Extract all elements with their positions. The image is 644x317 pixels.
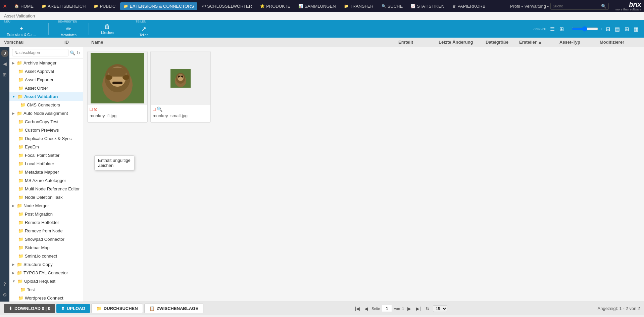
view-list-btn[interactable]: ☰ — [549, 25, 556, 34]
sidebar-item-carboncopy[interactable]: 📁 CarbonCopy Test — [9, 118, 83, 126]
sidebar-item-node-merger[interactable]: ▶ 📁 Node Merger — [9, 201, 83, 210]
upload-button[interactable]: ⬆ UPLOAD — [56, 304, 90, 313]
folder-icon-exporter: 📁 — [18, 77, 23, 82]
sidebar-item-wordpress[interactable]: 📁 Wordpress Connect — [9, 294, 83, 302]
nav-public[interactable]: 📁 PUBLIC — [90, 2, 119, 10]
zoom-slider[interactable] — [572, 26, 598, 32]
sidebar-item-remove-from-node[interactable]: 📁 Remove from Node — [9, 227, 83, 235]
next-page-btn[interactable]: ▶ — [406, 305, 412, 312]
sidebar-item-metadata-mapper[interactable]: 📁 Metadata Mapper — [9, 168, 83, 176]
view-tile-btn[interactable]: ⊟ — [604, 25, 611, 34]
verwaltung-btn[interactable]: Verwaltung ▾ — [525, 4, 549, 9]
sidebar-item-multi-node[interactable]: 📁 Multi Node Reference Editor — [9, 185, 83, 193]
left-panel-toggle[interactable]: ◀ — [2, 60, 8, 68]
sidebar-item-cms-connectors[interactable]: 📁 CMS Connectors — [9, 101, 83, 109]
nav-sammlungen[interactable]: 📊 SAMMLUNGEN — [295, 2, 339, 10]
error-icon-1: ⊘ — [94, 106, 98, 112]
toolbar-divider-3 — [126, 23, 126, 35]
sidebar-item-auto-node[interactable]: ▶ 📁 Auto Node Assignment — [9, 109, 83, 118]
share-button[interactable]: ↗ Teilen — [136, 24, 152, 38]
col-assettype: Asset-Typ — [559, 40, 600, 45]
help-icon[interactable]: ? — [2, 280, 7, 288]
profile-btn[interactable]: Profil ▾ — [510, 4, 523, 9]
search-icon-3: 🔍 — [157, 106, 162, 112]
folder-icon-sidebarmap: 📁 — [18, 245, 23, 250]
zoom-slider-plus[interactable]: + — [600, 27, 602, 31]
col-modifier: Modifizierer — [600, 40, 640, 45]
sidebar-item-asset-order[interactable]: 📁 Asset Order — [9, 84, 83, 92]
folder-icon-approval: 📁 — [18, 69, 23, 74]
view-detail-btn[interactable]: ▤ — [613, 25, 621, 34]
sidebar-item-showpad[interactable]: 📁 Showpad Connector — [9, 235, 83, 243]
nav-extensions[interactable]: 📁 EXTENSIONS & CONNECTORS — [120, 2, 197, 10]
view-thumb-btn[interactable]: ⊞ — [623, 25, 630, 34]
sidebar-item-smint[interactable]: 📁 Smint.io connect — [9, 252, 83, 260]
sidebar-item-upload-request[interactable]: ▼ 📁 Upload Request — [9, 277, 83, 285]
settings-icon[interactable]: ⚙ — [1, 291, 8, 299]
download-button[interactable]: ⬇ DOWNLOAD 0 | 0 — [4, 304, 55, 313]
sidebar-item-duplicate-check[interactable]: 📁 Duplicate Check & Sync — [9, 134, 83, 143]
ansicht-label: ANSICHT — [534, 27, 547, 31]
sidebar-refresh-icon[interactable]: ↻ — [77, 50, 80, 55]
toolbar-section-delete: 🗑 Löschen — [98, 22, 116, 36]
first-page-btn[interactable]: |◀ — [354, 305, 361, 312]
sidebar-item-focal-point[interactable]: 📁 Focal Point Setter — [9, 151, 83, 160]
card-icons-1: □ ⊘ — [88, 105, 147, 112]
sidebar-item-custom-previews[interactable]: 📁 Custom Previews — [9, 126, 83, 134]
sidebar-item-ms-azure[interactable]: 📁 MS Azure Autotagger — [9, 176, 83, 185]
side-icons-panel: U ◀ ⊞ ? ⚙ — [0, 47, 9, 302]
nav-statistiken[interactable]: 📈 STATISTIKEN — [407, 2, 448, 10]
delete-button[interactable]: 🗑 Löschen — [98, 22, 116, 36]
sidebar-item-archive-manager[interactable]: ▶ 📁 Archive Manager — [9, 59, 83, 67]
sidebar-item-asset-validation[interactable]: ▼ 📁 Asset Validation — [9, 92, 83, 101]
prev-page-btn[interactable]: ◀ — [363, 305, 369, 312]
toolbar-section-teilen: TEILEN ↗ Teilen — [136, 20, 152, 38]
nav-arbeitsbereich[interactable]: 📁 ARBEITSBEREICH — [38, 2, 89, 10]
breadcrumb-bar: Asset Validation — [0, 12, 644, 20]
sidebar-item-node-deletion[interactable]: 📁 Node Deletion Task — [9, 193, 83, 201]
nav-home[interactable]: 🏠 HOME — [11, 2, 37, 10]
asset-card-monkey-small[interactable]: □ 🔍 monkey_small.jpg — [150, 51, 211, 123]
sidebar-item-asset-exporter[interactable]: 📁 Asset Exporter — [9, 76, 83, 84]
nav-papierkorb[interactable]: 🗑 PAPIERKORB — [449, 2, 489, 10]
sidebar-item-structure-copy[interactable]: ▶ 📁 Structure Copy — [9, 260, 83, 269]
last-page-btn[interactable]: ▶| — [414, 305, 422, 312]
folder-icon-validation: 📁 — [17, 94, 23, 99]
browse-button[interactable]: 📁 DURCHSUCHEN — [91, 304, 143, 313]
metadata-button[interactable]: ✏ Metadaten — [58, 24, 79, 38]
sidebar-item-local-hotfolder[interactable]: 📁 Local Hotfolder — [9, 160, 83, 168]
nav-produkte[interactable]: ⭐ PRODUKTE — [257, 2, 294, 10]
sidebar-search-input[interactable] — [12, 49, 68, 56]
refresh-btn[interactable]: ↻ — [424, 305, 431, 312]
asset-card-monkey-fl[interactable]: □ ⊘ monkey_fl.jpg Enthält ungültige Zeic… — [87, 51, 148, 123]
sidebar-item-test[interactable]: 📁 Test — [9, 285, 83, 294]
sidebar-item-eyeem[interactable]: 📁 EyeEm — [9, 143, 83, 151]
page-number-input[interactable] — [382, 305, 392, 312]
count-display: Angezeigt: 1 - 2 von 2 — [598, 306, 640, 311]
per-page-select[interactable]: 15 25 50 — [433, 305, 447, 312]
extensions-con-button[interactable]: + Extensions & Con... — [4, 24, 39, 38]
clipboard-button[interactable]: 📋 ZWISCHENABLAGE — [144, 304, 203, 313]
view-full-btn[interactable]: ▦ — [632, 25, 640, 34]
global-search-input[interactable] — [553, 4, 600, 8]
chevron-down-icon: ▼ — [12, 95, 15, 98]
nav-suche[interactable]: 🔍 SUCHE — [378, 2, 406, 10]
nav-transfer[interactable]: 📁 TRANSFER — [341, 2, 377, 10]
sidebar-item-remote-hotfolder[interactable]: 📁 Remote Hotfolder — [9, 218, 83, 227]
view-grid-btn[interactable]: ⊞ — [558, 25, 565, 34]
filter-icon[interactable]: ⊞ — [1, 71, 8, 79]
stats-icon: 📈 — [411, 4, 415, 8]
sidebar-search-icon[interactable]: 🔍 — [70, 50, 75, 55]
sidebar-item-asset-approval[interactable]: 📁 Asset Approval — [9, 67, 83, 76]
close-icon[interactable]: ✕ — [3, 3, 7, 9]
folder-icon-structurecopy: 📁 — [17, 262, 22, 267]
toolbar-right: ANSICHT ☰ ⊞ − + ⊟ ▤ ⊞ ▦ — [534, 25, 640, 34]
page-total: 1 — [402, 307, 404, 311]
monkey-image-1 — [91, 53, 144, 103]
sidebar-item-typo3[interactable]: ▶ 📁 TYPO3 FAL Connector — [9, 269, 83, 277]
sidebar-item-post-migration[interactable]: 📁 Post Migration — [9, 210, 83, 218]
nav-schluesselwoerter[interactable]: 🏷 SCHLÜSSELWÖRTER — [199, 2, 255, 10]
tooltip-invalid-chars: Enthält ungültige Zeichen — [94, 155, 134, 170]
sidebar-item-sidebar-map[interactable]: 📁 Sidebar Map — [9, 243, 83, 252]
zoom-slider-minus[interactable]: − — [567, 27, 569, 31]
